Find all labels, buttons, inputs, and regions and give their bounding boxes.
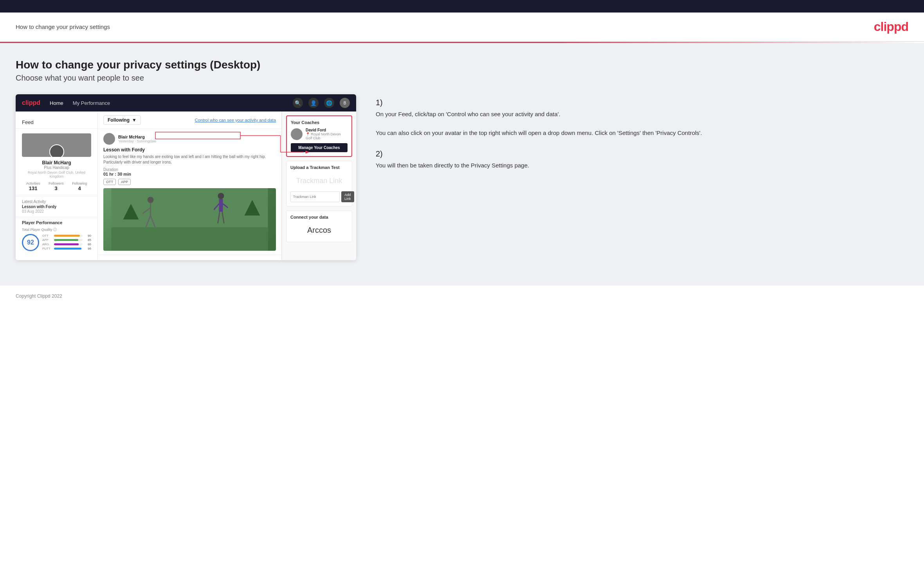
privacy-link[interactable]: Control who can see your activity and da… <box>195 118 276 122</box>
main-subheading: Choose what you want people to see <box>16 74 908 83</box>
post-author-name: Blair McHarg <box>118 135 156 139</box>
bar-arg: ARG 86 <box>42 243 91 246</box>
app-navbar: clippd Home My Performance 🔍 👤 🌐 B <box>16 94 356 111</box>
nav-home[interactable]: Home <box>50 100 63 106</box>
coach-club: 📍 Royal North Devon Golf Club <box>306 132 348 140</box>
quality-score: 92 <box>22 234 39 251</box>
trackman-widget: Upload a Trackman Test Trackman Link Add… <box>286 161 352 207</box>
bar-ott: OTT 90 <box>42 234 91 237</box>
content-layout: clippd Home My Performance 🔍 👤 🌐 B Feed <box>16 94 908 260</box>
post-duration: Duration <box>103 167 276 172</box>
app-screenshot: clippd Home My Performance 🔍 👤 🌐 B Feed <box>16 94 356 260</box>
svg-point-9 <box>218 193 224 199</box>
instruction-1-text: On your Feed, click/tap on 'Control who … <box>376 110 908 138</box>
globe-icon[interactable]: 🌐 <box>324 98 334 108</box>
latest-activity: Latest Activity Lesson with Fordy 03 Aug… <box>16 196 97 217</box>
post-title: Lesson with Fordy <box>103 147 276 153</box>
arccos-brand: Arccos <box>290 223 348 238</box>
stat-followers: Followers 3 <box>49 182 64 191</box>
tag-app: APP <box>118 179 131 185</box>
stat-activities: Activities 131 <box>26 182 40 191</box>
instructions-panel: 1) On your Feed, click/tap on 'Control w… <box>372 94 908 182</box>
bar-app: APP 85 <box>42 238 91 242</box>
golf-scene-svg <box>103 188 276 251</box>
following-button[interactable]: Following ▼ <box>103 115 141 125</box>
post-duration-value: 01 hr : 30 min <box>103 172 276 176</box>
post-author-avatar <box>103 133 115 145</box>
coach-avatar <box>291 128 303 140</box>
quality-bars: OTT 90 APP 85 ARG <box>42 234 91 251</box>
coaches-widget-title: Your Coaches <box>291 120 348 125</box>
feed-header: Following ▼ Control who can see your act… <box>98 111 281 129</box>
app-left-sidebar: Feed Blair McHarg Plus Handicap Royal No… <box>16 111 98 260</box>
coach-name: David Ford <box>306 128 348 132</box>
coach-item: David Ford 📍 Royal North Devon Golf Club <box>291 128 348 140</box>
post-tags: OTT APP <box>103 179 276 185</box>
trackman-input[interactable] <box>290 191 340 202</box>
profile-card: Blair McHarg Plus Handicap Royal North D… <box>16 129 97 196</box>
svg-rect-1 <box>112 227 268 251</box>
app-right-sidebar: Your Coaches David Ford 📍 Royal North De… <box>282 111 356 260</box>
tag-ott: OTT <box>103 179 116 185</box>
connect-widget: Connect your data Arccos <box>286 210 352 242</box>
instruction-2: 2) You will then be taken directly to th… <box>376 149 908 170</box>
add-link-button[interactable]: Add Link <box>341 191 354 202</box>
stat-following: Following 4 <box>72 182 87 191</box>
page-title: How to change your privacy settings <box>16 23 110 30</box>
post-description: Looking to feel like my hands are exitin… <box>103 154 276 165</box>
instruction-2-text: You will then be taken directly to the P… <box>376 161 908 170</box>
profile-banner <box>22 133 91 157</box>
profile-avatar <box>49 144 64 157</box>
search-icon[interactable]: 🔍 <box>293 98 303 108</box>
app-center-feed: Following ▼ Control who can see your act… <box>98 111 282 260</box>
svg-point-4 <box>148 197 154 203</box>
app-body: Feed Blair McHarg Plus Handicap Royal No… <box>16 111 356 260</box>
trackman-widget-title: Upload a Trackman Test <box>290 165 348 170</box>
profile-club: Royal North Devon Golf Club, United King… <box>22 171 91 178</box>
manage-coaches-button[interactable]: Manage Your Coaches <box>291 143 348 152</box>
feed-post: Blair McHarg Yesterday · Sunningdale Les… <box>98 129 281 255</box>
main-content: How to change your privacy settings (Des… <box>0 43 924 286</box>
top-bar <box>0 0 924 13</box>
user-avatar[interactable]: B <box>340 98 350 108</box>
connect-widget-title: Connect your data <box>290 215 348 219</box>
instruction-1: 1) On your Feed, click/tap on 'Control w… <box>376 98 908 138</box>
coaches-widget: Your Coaches David Ford 📍 Royal North De… <box>286 115 352 157</box>
post-author-row: Blair McHarg Yesterday · Sunningdale <box>103 133 276 145</box>
logo: clippd <box>874 20 908 34</box>
nav-my-performance[interactable]: My Performance <box>73 100 110 106</box>
player-performance: Player Performance Total Player Quality … <box>16 217 97 254</box>
main-heading: How to change your privacy settings (Des… <box>16 59 908 71</box>
header: How to change your privacy settings clip… <box>0 13 924 42</box>
post-author-date: Yesterday · Sunningdale <box>118 139 156 143</box>
bar-putt: PUTT 96 <box>42 247 91 250</box>
app-logo: clippd <box>22 99 40 106</box>
footer: Copyright Clippd 2022 <box>0 286 924 307</box>
user-icon[interactable]: 👤 <box>308 98 319 108</box>
svg-rect-10 <box>219 199 223 212</box>
post-image <box>103 188 276 251</box>
footer-text: Copyright Clippd 2022 <box>16 293 62 299</box>
feed-tab[interactable]: Feed <box>16 116 97 129</box>
app-nav-icons: 🔍 👤 🌐 B <box>293 98 350 108</box>
profile-stats: Activities 131 Followers 3 Following 4 <box>22 182 91 191</box>
trackman-placeholder: Trackman Link <box>290 173 348 189</box>
instruction-1-number: 1) <box>376 98 908 107</box>
instruction-2-number: 2) <box>376 149 908 158</box>
profile-handicap: Plus Handicap <box>22 165 91 170</box>
profile-name: Blair McHarg <box>22 160 91 165</box>
